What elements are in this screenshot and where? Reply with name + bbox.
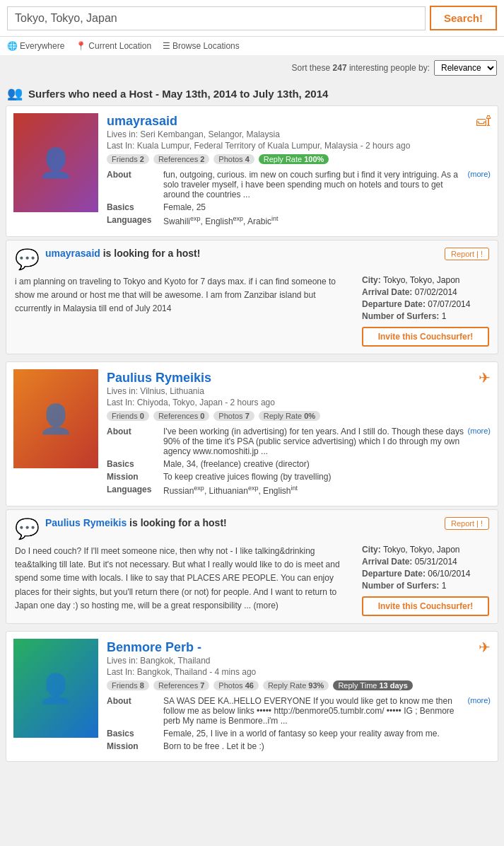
request-details: City: Tokyo, Tokyo, Japon Arrival Date: … bbox=[362, 545, 489, 616]
request-title: umayrasaid is looking for a host! bbox=[45, 248, 200, 259]
profile-badges: Friends 0 References 0 Photos 7 Reply Ra… bbox=[107, 411, 491, 421]
search-input[interactable] bbox=[7, 6, 426, 30]
request-card: 💬 umayrasaid is looking for a host! Repo… bbox=[6, 240, 498, 354]
friends-badge: Friends 2 bbox=[107, 154, 149, 164]
photos-badge: Photos 7 bbox=[213, 411, 254, 421]
sofa-icon: 🛋 bbox=[476, 113, 491, 129]
avatar: 👤 bbox=[13, 369, 98, 468]
profile-details: About fun, outgoing, curious. im new on … bbox=[107, 170, 491, 226]
profile-card: 👤 Benmore Perb - ✈ Lives in: Bangkok, Th… bbox=[6, 631, 498, 762]
about-more-link[interactable]: (more) bbox=[468, 170, 491, 199]
browse-locations-option[interactable]: ☰ Browse Locations bbox=[163, 41, 240, 51]
invite-button[interactable]: Invite this Couchsurfer! bbox=[362, 327, 489, 347]
about-more-link[interactable]: (more) bbox=[468, 427, 491, 456]
reply-rate-badge: Reply Rate 93% bbox=[263, 680, 329, 690]
profile-lives-in: Lives in: Vilnius, Lithuania bbox=[107, 386, 491, 396]
profile-badges: Friends 8 References 7 Photos 46 Reply R… bbox=[107, 680, 491, 690]
profile-lives-in: Lives in: Seri Kembangan, Selangor, Mala… bbox=[107, 129, 491, 139]
search-button[interactable]: Search! bbox=[430, 6, 497, 30]
request-details: City: Tokyo, Tokyo, Japon Arrival Date: … bbox=[362, 275, 489, 347]
list-icon: ☰ bbox=[163, 41, 170, 51]
sort-select[interactable]: Relevance bbox=[434, 60, 497, 76]
globe-icon: 🌐 bbox=[7, 41, 18, 51]
avatar: 👤 bbox=[13, 113, 98, 212]
sort-bar: Sort these 247 interesting people by: Re… bbox=[0, 56, 504, 80]
about-more-link[interactable]: (more) bbox=[468, 696, 491, 726]
profile-name[interactable]: Paulius Rymeikis bbox=[107, 371, 211, 386]
everywhere-option[interactable]: 🌐 Everywhere bbox=[7, 41, 64, 51]
request-text: i am planning on traveling to Tokyo and … bbox=[15, 275, 351, 347]
friends-badge: Friends 8 bbox=[107, 680, 149, 690]
profile-badges: Friends 2 References 2 Photos 4 Reply Ra… bbox=[107, 154, 491, 164]
friends-badge: Friends 0 bbox=[107, 411, 149, 421]
plane-icon: ✈ bbox=[479, 639, 491, 656]
profile-lives-in: Lives in: Bangkok, Thailand bbox=[107, 656, 491, 666]
photos-badge: Photos 46 bbox=[213, 680, 259, 690]
reply-time-badge: Reply Time 13 days bbox=[333, 680, 412, 690]
chat-bubble-icon: 💬 bbox=[15, 248, 40, 271]
plane-icon: ✈ bbox=[479, 369, 491, 386]
location-nav: 🌐 Everywhere 📍 Current Location ☰ Browse… bbox=[0, 37, 504, 56]
request-title: Paulius Rymeikis is looking for a host! bbox=[45, 517, 227, 528]
current-location-option[interactable]: 📍 Current Location bbox=[76, 41, 151, 51]
surfers-icon: 👥 bbox=[7, 86, 23, 101]
profile-name[interactable]: umayrasaid bbox=[107, 114, 177, 129]
invite-button[interactable]: Invite this Couchsurfer! bbox=[362, 596, 489, 616]
people-count: 247 bbox=[333, 63, 347, 73]
report-button[interactable]: Report | ! bbox=[445, 517, 489, 530]
profile-last-in: Last In: Kuala Lumpur, Federal Territory… bbox=[107, 141, 491, 151]
references-badge: References 7 bbox=[153, 680, 209, 690]
sort-label: Sort these 247 interesting people by: bbox=[292, 63, 430, 73]
photos-badge: Photos 4 bbox=[213, 154, 254, 164]
profile-details: About SA WAS DEE KA..HELLO EVERYONE If y… bbox=[107, 696, 491, 751]
profile-card: 👤 umayrasaid 🛋 Lives in: Seri Kembangan,… bbox=[6, 105, 498, 237]
profile-name[interactable]: Benmore Perb - bbox=[107, 640, 201, 655]
profile-last-in: Last In: Bangkok, Thailand - 4 mins ago bbox=[107, 667, 491, 677]
reply-rate-badge: Reply Rate 0% bbox=[259, 411, 320, 421]
report-button[interactable]: Report | ! bbox=[445, 248, 489, 260]
profile-card: 👤 Paulius Rymeikis ✈ Lives in: Vilnius, … bbox=[6, 361, 498, 506]
pin-icon: 📍 bbox=[76, 41, 86, 51]
references-badge: References 2 bbox=[153, 154, 209, 164]
search-bar: Search! bbox=[0, 0, 504, 37]
avatar: 👤 bbox=[13, 639, 98, 738]
section-header: 👥 Surfers who need a Host - May 13th, 20… bbox=[0, 80, 504, 105]
chat-bubble-icon: 💬 bbox=[15, 517, 40, 540]
profile-details: About I've been working (in advertising)… bbox=[107, 427, 491, 496]
request-text: Do I need couch? If I'll meet someone ni… bbox=[15, 545, 351, 616]
reply-rate-badge: Reply Rate 100% bbox=[259, 154, 329, 164]
request-card: 💬 Paulius Rymeikis is looking for a host… bbox=[6, 509, 498, 624]
profile-last-in: Last In: Chiyoda, Tokyo, Japan - 2 hours… bbox=[107, 398, 491, 407]
references-badge: References 0 bbox=[153, 411, 209, 421]
